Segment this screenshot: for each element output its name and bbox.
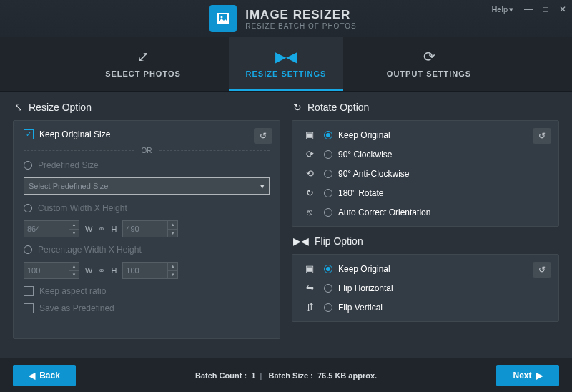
save-predefined-checkbox[interactable] — [24, 303, 34, 313]
link-icon[interactable]: ⚭ — [98, 265, 105, 275]
flip-header: ▶◀ Flip Option — [292, 235, 559, 247]
back-button[interactable]: ◀ Back — [13, 365, 76, 386]
resize-icon: ▶◀ — [275, 48, 297, 65]
width-spinner[interactable]: ▲▼ — [69, 221, 79, 237]
flip-header-icon: ▶◀ — [293, 235, 309, 247]
tab-resize-settings[interactable]: ▶◀ RESIZE SETTINGS — [229, 37, 343, 91]
flip-reset-button[interactable]: ↺ — [533, 262, 551, 278]
keep-aspect-row[interactable]: Keep aspect ratio — [24, 286, 270, 296]
custom-wh-radio[interactable]: Custom Width X Height — [24, 203, 270, 213]
minimize-button[interactable]: — — [522, 3, 535, 16]
save-predefined-row[interactable]: Save as Predefined — [24, 303, 270, 313]
w-label: W — [85, 225, 92, 233]
or-divider: OR — [24, 147, 270, 155]
rotate-header: ↻ Rotate Option — [292, 102, 559, 113]
rotate-keep-radio[interactable] — [324, 131, 332, 139]
flip-horizontal-icon: ⇋ — [302, 283, 317, 293]
app-logo-icon — [209, 5, 237, 32]
rotate-180-row[interactable]: ↻ 180° Rotate — [302, 187, 548, 198]
dropdown-caret-icon: ▾ — [255, 179, 269, 194]
app-brand: IMAGE RESIZER RESIZE BATCH OF PHOTOS — [209, 5, 357, 32]
flip-h-radio[interactable] — [324, 284, 332, 293]
pwidth-spinner[interactable]: ▲▼ — [69, 263, 79, 278]
expand-icon: ⤢ — [137, 48, 149, 65]
rotate-auto-radio[interactable] — [324, 208, 332, 217]
pheight-input[interactable]: 100 ▲▼ — [122, 262, 178, 279]
close-button[interactable]: ✕ — [556, 3, 569, 16]
app-subtitle: RESIZE BATCH OF PHOTOS — [245, 22, 357, 30]
height-input[interactable]: 490 ▲▼ — [122, 220, 178, 237]
resize-column: ⤡ Resize Option ↺ Keep Original Size OR … — [13, 102, 280, 348]
rotate-180-icon: ↻ — [302, 187, 317, 198]
flip-vertical-row[interactable]: ⇵ Flip Vertical — [302, 302, 548, 313]
pheight-spinner[interactable]: ▲▼ — [167, 263, 177, 278]
keep-aspect-checkbox[interactable] — [24, 286, 34, 296]
rotate-keep-row[interactable]: ▣ Keep Original — [302, 129, 548, 140]
predefined-size-radio[interactable]: Predefined Size — [24, 160, 270, 170]
window-controls: Help ▾ — □ ✕ — [491, 3, 569, 16]
predefined-radio[interactable] — [24, 161, 32, 170]
titlebar: IMAGE RESIZER RESIZE BATCH OF PHOTOS Hel… — [0, 0, 572, 37]
resize-panel: ↺ Keep Original Size OR Predefined Size … — [13, 120, 280, 339]
link-icon[interactable]: ⚭ — [98, 224, 105, 234]
keep-original-checkbox[interactable] — [24, 129, 34, 139]
maximize-button[interactable]: □ — [539, 3, 552, 16]
width-input[interactable]: 864 ▲▼ — [24, 220, 79, 237]
flip-vertical-icon: ⇵ — [302, 302, 317, 313]
content: ⤡ Resize Option ↺ Keep Original Size OR … — [0, 92, 572, 358]
tab-select-photos[interactable]: ⤢ SELECT PHOTOS — [86, 37, 200, 91]
h-label: H — [111, 225, 117, 233]
batch-status: Batch Count : 1 | Batch Size : 76.5 KB a… — [195, 371, 377, 380]
image-original-icon: ▣ — [302, 129, 317, 140]
flip-keep-radio[interactable] — [324, 265, 332, 273]
rotate-acw-icon: ⟲ — [302, 168, 317, 179]
flip-horizontal-row[interactable]: ⇋ Flip Horizontal — [302, 283, 548, 293]
image-original-icon: ▣ — [302, 263, 317, 274]
app-name: IMAGE RESIZER — [245, 8, 357, 22]
keep-original-size-row[interactable]: Keep Original Size — [24, 129, 270, 139]
help-link[interactable]: Help ▾ — [491, 5, 513, 14]
rotate-cw-radio[interactable] — [324, 150, 332, 159]
flip-keep-row[interactable]: ▣ Keep Original — [302, 263, 548, 274]
pwidth-input[interactable]: 100 ▲▼ — [24, 262, 79, 279]
svg-point-0 — [221, 16, 223, 19]
tab-output-settings[interactable]: ⟳ OUTPUT SETTINGS — [372, 37, 486, 91]
resize-header-icon: ⤡ — [14, 102, 23, 113]
resize-header: ⤡ Resize Option — [13, 102, 280, 113]
next-button[interactable]: Next ▶ — [496, 365, 559, 386]
footer: ◀ Back Batch Count : 1 | Batch Size : 76… — [0, 358, 572, 392]
rotate-header-icon: ↻ — [293, 102, 302, 113]
rotate-cw-row[interactable]: ⟳ 90° Clockwise — [302, 149, 548, 160]
percent-radio[interactable] — [24, 245, 32, 254]
custom-wh-inputs: 864 ▲▼ W ⚭ H 490 ▲▼ — [24, 220, 270, 237]
rotate-panel: ↺ ▣ Keep Original ⟳ 90° Clockwise ⟲ 90° … — [292, 120, 559, 227]
arrow-right-icon: ▶ — [536, 371, 543, 381]
predefined-size-select[interactable]: Select Predefined Size ▾ — [24, 177, 270, 195]
rotate-auto-row[interactable]: ⎋ Auto Correct Orientation — [302, 207, 548, 217]
rotate-cw-icon: ⟳ — [302, 149, 317, 160]
auto-orient-icon: ⎋ — [302, 207, 317, 217]
gear-icon: ⟳ — [423, 48, 435, 65]
rotate-180-radio[interactable] — [324, 189, 332, 197]
flip-panel: ↺ ▣ Keep Original ⇋ Flip Horizontal ⇵ Fl… — [292, 254, 559, 322]
arrow-left-icon: ◀ — [29, 371, 35, 381]
flip-v-radio[interactable] — [324, 303, 332, 312]
percent-wh-inputs: 100 ▲▼ W ⚭ H 100 ▲▼ — [24, 262, 270, 279]
custom-radio[interactable] — [24, 204, 32, 212]
rotate-reset-button[interactable]: ↺ — [533, 128, 551, 144]
rotate-acw-radio[interactable] — [324, 170, 332, 178]
step-tabs: ⤢ SELECT PHOTOS ▶◀ RESIZE SETTINGS ⟳ OUT… — [0, 37, 572, 92]
chevron-down-icon: ▾ — [509, 5, 513, 14]
rotate-flip-column: ↻ Rotate Option ↺ ▣ Keep Original ⟳ 90° … — [292, 102, 559, 348]
height-spinner[interactable]: ▲▼ — [167, 221, 177, 237]
percent-wh-radio[interactable]: Percentage Width X Height — [24, 245, 270, 255]
rotate-acw-row[interactable]: ⟲ 90° Anti-Clockwise — [302, 168, 548, 179]
